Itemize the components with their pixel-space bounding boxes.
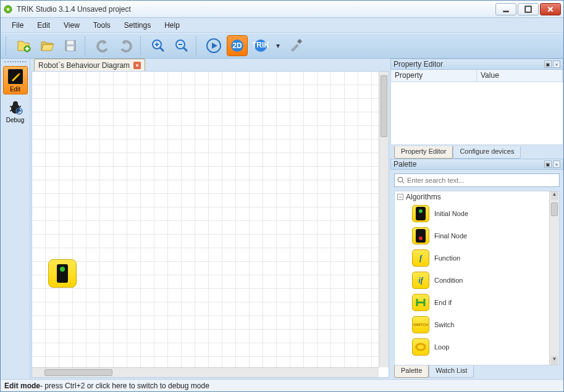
palette-item-switch[interactable]: SWITCH Switch (395, 314, 549, 336)
new-project-button[interactable] (13, 35, 34, 56)
zoom-out-button[interactable] (171, 35, 192, 56)
trik-robot-button[interactable]: TRIK (250, 35, 271, 56)
palette-group-algorithms[interactable]: − Algorithms (395, 191, 549, 202)
scroll-down-icon[interactable]: ▼ (551, 356, 558, 365)
svg-rect-6 (67, 41, 74, 44)
robot-settings-button[interactable] (285, 35, 306, 56)
tab-palette[interactable]: Palette (394, 365, 429, 378)
redo-button[interactable] (116, 35, 137, 56)
palette-item-function[interactable]: f Function (395, 247, 549, 269)
property-columns: Property Value (390, 70, 563, 82)
debug-mode-button[interactable]: Debug (3, 97, 28, 125)
diagram-tab-label: Robot`s Behaviour Diagram (38, 61, 130, 70)
switch-icon: SWITCH (412, 316, 429, 333)
close-panel-icon[interactable]: × (553, 161, 560, 168)
tab-property-editor[interactable]: Property Editor (394, 146, 453, 159)
robot-model-dropdown[interactable]: ▾ (274, 35, 282, 56)
minimize-button[interactable] (495, 3, 516, 15)
palette-scrollbar[interactable]: ▲ ▼ (549, 191, 559, 365)
traffic-light-icon (57, 264, 68, 283)
undock-icon[interactable]: ▣ (544, 60, 552, 68)
menu-view[interactable]: View (57, 20, 86, 31)
palette-titlebar[interactable]: Palette ▣ × (390, 159, 563, 170)
property-editor-titlebar[interactable]: Property Editor ▣ × (390, 59, 563, 70)
save-button[interactable] (60, 35, 81, 56)
initial-node-icon (412, 205, 429, 222)
palette-item-end-if[interactable]: End if (395, 291, 549, 314)
maximize-button[interactable] (518, 3, 539, 15)
group-label: Algorithms (406, 193, 441, 201)
undock-icon[interactable]: ▣ (544, 161, 552, 168)
palette-panel: Palette ▣ × − Algorithms (390, 159, 563, 379)
diagram-tab[interactable]: Robot`s Behaviour Diagram × (34, 59, 145, 71)
search-icon (397, 177, 405, 184)
undo-button[interactable] (92, 35, 113, 56)
toolbar: 2D TRIK ▾ (1, 33, 563, 59)
horizontal-scrollbar[interactable] (32, 367, 379, 377)
tab-watch-list[interactable]: Watch List (429, 365, 474, 378)
palette-search[interactable] (394, 173, 560, 187)
document-tabs: Robot`s Behaviour Diagram × (30, 59, 390, 71)
close-panel-icon[interactable]: × (553, 60, 560, 68)
collapse-icon[interactable]: − (397, 194, 403, 200)
svg-rect-2 (503, 10, 509, 12)
palette-item-label: End if (434, 299, 452, 306)
pencil-icon (7, 68, 24, 85)
v-scroll-thumb[interactable] (381, 75, 387, 137)
menu-settings[interactable]: Settings (118, 20, 157, 31)
h-scroll-thumb[interactable] (44, 369, 112, 376)
loop-icon (412, 338, 429, 356)
initial-node-block[interactable] (48, 259, 77, 288)
edit-mode-button[interactable]: Edit (3, 66, 28, 94)
svg-point-19 (398, 177, 403, 182)
svg-point-17 (13, 101, 18, 106)
canvas-grid (32, 72, 379, 367)
edit-mode-label: Edit (4, 86, 27, 93)
tab-configure-devices[interactable]: Configure devices (453, 146, 521, 159)
2d-model-button[interactable]: 2D (227, 35, 248, 56)
toolbar-sep-1 (85, 36, 88, 55)
palette-search-input[interactable] (407, 177, 557, 184)
right-dock: Property Editor ▣ × Property Value Prope… (390, 59, 563, 379)
palette-item-final-node[interactable]: Final Node (395, 225, 549, 247)
menu-file[interactable]: File (6, 20, 30, 31)
menu-help[interactable]: Help (158, 20, 186, 31)
palette-item-label: Initial Node (434, 210, 468, 217)
palette-item-label: Loop (434, 343, 449, 351)
palette-title: Palette (394, 160, 416, 169)
debug-mode-label: Debug (4, 117, 27, 123)
palette-item-loop[interactable]: Loop (395, 336, 549, 358)
titlebar[interactable]: TRIK Studio 3.1.4 Unsaved project (1, 1, 563, 18)
palette-item-label: Final Node (434, 232, 467, 240)
menu-tools[interactable]: Tools (87, 20, 117, 31)
palette-item-condition[interactable]: if Condition (395, 269, 549, 291)
open-project-button[interactable] (36, 35, 57, 56)
palette-scroll-thumb[interactable] (551, 202, 558, 216)
status-mode: Edit mode (4, 382, 40, 390)
svg-point-21 (419, 209, 423, 213)
run-button[interactable] (203, 35, 224, 56)
svg-rect-3 (525, 6, 531, 12)
palette-item-label: Condition (434, 277, 463, 284)
window-title: TRIK Studio 3.1.4 Unsaved project (17, 5, 495, 14)
svg-rect-20 (416, 207, 426, 220)
property-editor-panel: Property Editor ▣ × Property Value Prope… (390, 59, 563, 159)
property-editor-title: Property Editor (394, 60, 443, 69)
property-column-header[interactable]: Property (391, 70, 477, 81)
condition-icon: if (412, 272, 429, 289)
scroll-up-icon[interactable]: ▲ (551, 191, 558, 200)
bug-icon (7, 99, 24, 116)
property-table-body[interactable] (390, 82, 563, 145)
diagram-canvas[interactable] (32, 71, 389, 378)
value-column-header[interactable]: Value (477, 70, 563, 81)
menu-edit[interactable]: Edit (31, 20, 56, 31)
vertical-scrollbar[interactable] (379, 72, 389, 367)
toolbar-grip[interactable] (6, 36, 9, 55)
close-button[interactable] (540, 3, 561, 15)
zoom-in-button[interactable] (148, 35, 169, 56)
svg-rect-7 (67, 46, 74, 51)
close-tab-icon[interactable]: × (133, 62, 141, 69)
mode-panel: Edit Debug (1, 59, 30, 379)
palette-item-initial-node[interactable]: Initial Node (395, 202, 549, 225)
statusbar[interactable]: Edit mode - press Ctrl+2 or click here t… (1, 379, 563, 391)
